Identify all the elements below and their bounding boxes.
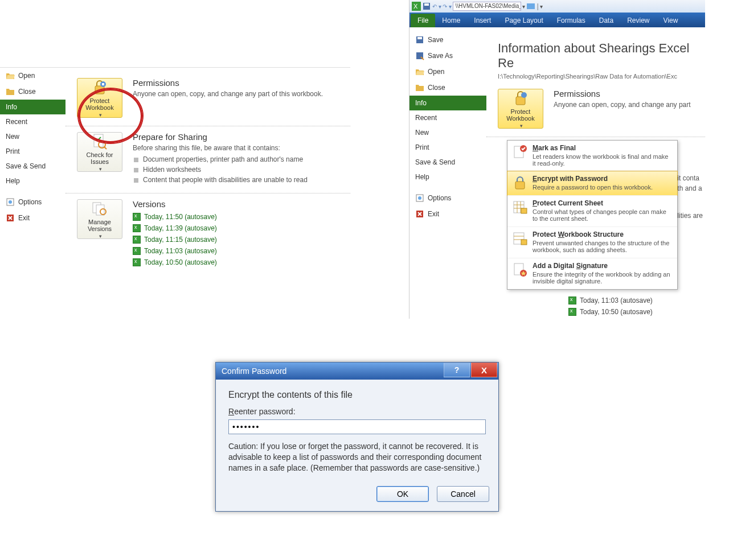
svg-point-23 bbox=[521, 92, 527, 98]
label: Protect Workbook bbox=[80, 97, 120, 111]
sidebar-item-open[interactable]: Open bbox=[0, 68, 65, 84]
info-header: Information about Shearings Excel Re I:\… bbox=[486, 32, 705, 83]
version-item[interactable]: Today, 11:03 (autosave) bbox=[133, 245, 217, 257]
permissions-title: Permissions bbox=[133, 78, 323, 88]
path-box[interactable]: \\HVMLON-FAS02\Media_Contac bbox=[453, 2, 521, 11]
label: Options bbox=[428, 194, 451, 202]
menu-protect-structure[interactable]: Protect Workbook StructurePrevent unwant… bbox=[507, 227, 677, 258]
sidebar-item-info[interactable]: Info bbox=[409, 96, 486, 110]
folder-open-icon bbox=[415, 67, 424, 76]
sidebar-item-help[interactable]: Help bbox=[409, 170, 486, 184]
svg-rect-22 bbox=[516, 97, 525, 105]
tab-formulas[interactable]: Formulas bbox=[550, 14, 592, 27]
help-button[interactable]: ? bbox=[444, 363, 470, 377]
versions-icon bbox=[91, 199, 109, 217]
lock-icon bbox=[512, 175, 528, 191]
sidebar-item-options[interactable]: Options bbox=[0, 194, 65, 210]
version-item[interactable]: Today, 10:50 (autosave) bbox=[133, 257, 217, 268]
ok-button[interactable]: OK bbox=[376, 486, 429, 502]
dialog-title: Confirm Password bbox=[222, 367, 286, 376]
folder-close-icon bbox=[415, 83, 424, 92]
sidebar-item-options[interactable]: Options bbox=[409, 190, 486, 206]
label: Save & Send bbox=[415, 158, 455, 166]
label: Recent bbox=[415, 114, 437, 122]
confirm-password-dialog: Confirm Password ? X Encrypt the content… bbox=[215, 362, 499, 512]
tab-page-layout[interactable]: Page Layout bbox=[498, 14, 550, 27]
prepare-bullets: Document properties, printer path and au… bbox=[133, 154, 308, 185]
protect-workbook-button[interactable]: Protect Workbook bbox=[77, 78, 122, 118]
tab-file[interactable]: File bbox=[411, 14, 435, 27]
fragment: it conta bbox=[677, 173, 703, 183]
sidebar-item-save[interactable]: Save bbox=[409, 32, 486, 48]
undo-icon[interactable]: ↶ ▾ bbox=[432, 3, 441, 10]
excel-app-icon: X bbox=[412, 2, 421, 11]
version-item[interactable]: Today, 11:50 (autosave) bbox=[133, 211, 217, 223]
desc: Control what types of changes people can… bbox=[533, 208, 673, 222]
password-input[interactable] bbox=[228, 419, 486, 434]
tab-home[interactable]: Home bbox=[435, 14, 467, 27]
label: Save As bbox=[428, 52, 453, 60]
title: Protect Current Sheet bbox=[533, 199, 673, 207]
sidebar-item-exit[interactable]: Exit bbox=[0, 210, 65, 226]
sidebar-item-recent[interactable]: Recent bbox=[0, 114, 65, 129]
version-item[interactable]: Today, 11:03 (autosave) bbox=[568, 295, 653, 306]
label: Today, 11:50 (autosave) bbox=[144, 213, 217, 221]
tab-review[interactable]: Review bbox=[620, 14, 656, 27]
prepare-title: Prepare for Sharing bbox=[133, 132, 308, 142]
sidebar-item-close[interactable]: Close bbox=[0, 84, 65, 100]
menu-encrypt-password[interactable]: Encrypt with PasswordRequire a password … bbox=[507, 171, 678, 196]
svg-rect-15 bbox=[527, 3, 535, 9]
label: Today, 11:15 (autosave) bbox=[144, 236, 217, 244]
sidebar-item-print[interactable]: Print bbox=[409, 140, 486, 155]
qat-customize-icon[interactable]: │▾ bbox=[536, 3, 543, 10]
dialog-titlebar[interactable]: Confirm Password ? X bbox=[216, 363, 498, 380]
title: Protect Workbook Structure bbox=[533, 230, 673, 238]
sidebar-item-save-send[interactable]: Save & Send bbox=[0, 159, 65, 174]
tab-view[interactable]: View bbox=[657, 14, 685, 27]
label: New bbox=[415, 129, 429, 137]
label: Help bbox=[6, 177, 20, 185]
inspect-icon bbox=[91, 132, 109, 150]
close-button[interactable]: X bbox=[471, 363, 497, 377]
fragment: th and a bbox=[677, 183, 703, 193]
version-item[interactable]: Today, 11:15 (autosave) bbox=[133, 234, 217, 245]
sidebar-item-info[interactable]: Info bbox=[0, 100, 65, 114]
version-item[interactable]: Today, 10:50 (autosave) bbox=[568, 306, 653, 318]
options-icon bbox=[415, 193, 424, 203]
tab-insert[interactable]: Insert bbox=[467, 14, 498, 27]
label: Today, 10:50 (autosave) bbox=[144, 258, 217, 266]
sidebar-item-exit[interactable]: Exit bbox=[409, 206, 486, 222]
sidebar-item-recent[interactable]: Recent bbox=[409, 110, 486, 125]
menu-mark-as-final[interactable]: Mark as FinalLet readers know the workbo… bbox=[507, 141, 677, 171]
permissions-title: Permissions bbox=[554, 89, 691, 98]
sidebar-item-new[interactable]: New bbox=[409, 125, 486, 140]
label: Check for Issues bbox=[80, 151, 120, 165]
label: Close bbox=[428, 84, 445, 92]
cancel-button[interactable]: Cancel bbox=[437, 486, 489, 502]
tab-data[interactable]: Data bbox=[592, 14, 620, 27]
dialog-body: Encrypt the contents of this file Reente… bbox=[216, 380, 498, 481]
sidebar-item-new[interactable]: New bbox=[0, 129, 65, 144]
manage-versions-button[interactable]: Manage Versions bbox=[77, 199, 122, 239]
svg-rect-30 bbox=[521, 240, 527, 245]
label: Help bbox=[415, 173, 429, 181]
page-title: Information about Shearings Excel Re bbox=[498, 41, 705, 71]
sidebar-item-save-send[interactable]: Save & Send bbox=[409, 155, 486, 170]
menu-digital-signature[interactable]: Add a Digital SignatureEnsure the integr… bbox=[507, 258, 677, 289]
qat-extra-icon[interactable] bbox=[526, 2, 535, 11]
sidebar-item-saveas[interactable]: Save As bbox=[409, 48, 486, 64]
protect-workbook-button[interactable]: Protect Workbook bbox=[498, 89, 543, 129]
save-icon[interactable] bbox=[422, 2, 431, 11]
redo-icon[interactable]: ↷ ▾ bbox=[443, 3, 452, 10]
options-icon bbox=[6, 197, 15, 207]
desc: Ensure the integrity of the workbook by … bbox=[533, 271, 673, 285]
check-issues-button[interactable]: Check for Issues bbox=[77, 132, 122, 172]
sidebar-item-help[interactable]: Help bbox=[0, 174, 65, 188]
version-item[interactable]: Today, 11:39 (autosave) bbox=[133, 223, 217, 234]
menu-protect-sheet[interactable]: Protect Current SheetControl what types … bbox=[507, 195, 677, 227]
sidebar-item-close[interactable]: Close bbox=[409, 80, 486, 96]
sidebar-item-open[interactable]: Open bbox=[409, 64, 486, 80]
exit-icon bbox=[6, 213, 15, 223]
sidebar-item-print[interactable]: Print bbox=[0, 144, 65, 159]
dropdown-icon[interactable]: ▾ bbox=[522, 3, 525, 10]
